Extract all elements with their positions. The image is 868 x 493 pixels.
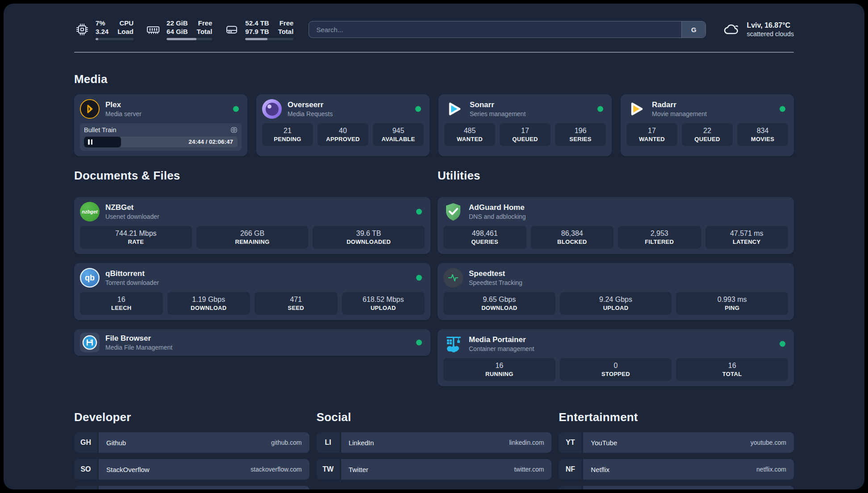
bookmark-name: Netflix xyxy=(591,466,609,473)
section-title-utilities: Utilities xyxy=(438,169,794,183)
bookmark-abbr: TW xyxy=(317,459,340,480)
bookmark-abbr: DT xyxy=(74,486,97,489)
stat-tile: 22 QUEUED xyxy=(682,123,733,146)
card-portainer[interactable]: Media Portainer Container management 16 … xyxy=(438,329,794,386)
stat-tile: 2,953 FILTERED xyxy=(618,226,701,249)
card-overseerr[interactable]: Overseerr Media Requests 21 PENDING 40 A… xyxy=(256,94,430,156)
stat-tile: 0.993 ms PING xyxy=(676,292,788,315)
cpu-label: CPU xyxy=(117,19,134,27)
plex-icon xyxy=(80,99,100,119)
sonarr-name: Sonarr xyxy=(470,100,526,110)
bookmark-abbr: NF xyxy=(559,459,582,480)
card-speedtest[interactable]: Speedtest Speedtest Tracking 9.65 Gbps D… xyxy=(438,263,794,320)
card-radarr[interactable]: Radarr Movie management 17 WANTED 22 QUE… xyxy=(621,94,794,156)
stat-tile: 1.19 Gbps DOWNLOAD xyxy=(167,292,250,315)
portainer-icon xyxy=(443,334,463,354)
cpu-load-label: Load xyxy=(117,27,134,36)
bookmark-name: Twitter xyxy=(349,466,368,473)
section-title-developer: Developer xyxy=(74,410,309,424)
cloud-icon xyxy=(721,20,741,39)
section-title-entertainment: Entertainment xyxy=(559,410,794,424)
section-title-documents: Documents & Files xyxy=(74,169,430,183)
bookmark-url: netflix.com xyxy=(756,466,786,473)
bookmark-abbr: RE xyxy=(559,486,582,489)
bookmark-url: linkedin.com xyxy=(509,439,544,446)
stat-tile: 86,384 BLOCKED xyxy=(531,226,614,249)
adguard-icon xyxy=(443,202,463,221)
card-filebrowser[interactable]: File Browser Media File Management xyxy=(74,329,430,356)
overseerr-description: Media Requests xyxy=(288,110,333,118)
memory-widget: 22 GiB 64 GiB Free Total xyxy=(145,19,212,40)
plex-description: Media server xyxy=(105,110,142,118)
search-engine-button[interactable]: G xyxy=(681,21,705,38)
cpu-usage: 7% xyxy=(96,19,108,27)
nzbget-status-dot xyxy=(416,209,422,215)
radarr-name: Radarr xyxy=(652,100,707,110)
pause-icon[interactable] xyxy=(88,139,92,145)
card-sonarr[interactable]: Sonarr Series management 485 WANTED 17 Q… xyxy=(438,94,612,156)
bookmark-abbr: GH xyxy=(74,432,97,453)
disk-total: 97.9 TB xyxy=(245,27,269,36)
playback-progress-bar[interactable]: 24:44 / 02:06:47 xyxy=(84,137,238,147)
plex-now-playing: Bullet Train 24:44 / 02:06:47 xyxy=(80,123,242,151)
stat-tile: 471 SEED xyxy=(255,292,338,315)
search-input[interactable] xyxy=(309,21,705,38)
stat-tile: 9.24 Gbps UPLOAD xyxy=(560,292,672,315)
bookmark-group-developer: Developer GH Github github.com SO StackO… xyxy=(74,410,309,489)
bookmark-group-entertainment: Entertainment YT YouTube youtube.com NF … xyxy=(559,410,794,489)
filebrowser-icon xyxy=(80,333,100,352)
stat-tile: 16 TOTAL xyxy=(676,358,788,381)
stat-tile: 498,461 QUERIES xyxy=(443,226,526,249)
speedtest-icon xyxy=(443,268,463,288)
card-plex[interactable]: Plex Media server Bullet Train 24:44 / 0… xyxy=(74,94,247,156)
stat-tile: 618.52 Mbps UPLOAD xyxy=(342,292,425,315)
stat-tile: 196 SERIES xyxy=(555,123,606,146)
bookmark-youtube[interactable]: YT YouTube youtube.com xyxy=(559,432,794,453)
section-utilities: Utilities AdGuard Home DNS and adblockin… xyxy=(438,169,794,386)
stat-tile: 40 APPROVED xyxy=(317,123,368,146)
nzbget-description: Usenet downloader xyxy=(105,213,159,221)
stat-tile: 17 WANTED xyxy=(626,123,677,146)
memory-progress-bar xyxy=(167,38,212,40)
bookmark-linkedin[interactable]: LI LinkedIn linkedin.com xyxy=(317,432,552,453)
bookmark-twitter[interactable]: TW Twitter twitter.com xyxy=(317,459,552,480)
speedtest-name: Speedtest xyxy=(469,269,522,279)
video-icon xyxy=(230,126,238,134)
bookmark-name: Github xyxy=(106,439,126,447)
stat-tile: 266 GB REMAINING xyxy=(196,226,309,249)
qbittorrent-icon: qb xyxy=(80,268,100,288)
section-documents-files: Documents & Files nzbget NZBGet Usenet d… xyxy=(74,169,430,386)
portainer-description: Container management xyxy=(469,345,534,353)
overseerr-icon xyxy=(262,99,282,119)
memory-total-label: Total xyxy=(197,27,213,36)
filebrowser-status-dot xyxy=(416,340,422,346)
header-divider xyxy=(74,52,794,53)
bookmark-abbr: SO xyxy=(74,459,97,480)
card-adguard[interactable]: AdGuard Home DNS and adblocking 498,461 … xyxy=(438,197,794,254)
bookmark-netflix[interactable]: NF Netflix netflix.com xyxy=(559,459,794,480)
dashboard-page: 7% 3.24 CPU Load xyxy=(4,4,864,489)
bookmark-dev[interactable]: DT DEV dev.to xyxy=(74,486,309,489)
nzbget-name: NZBGet xyxy=(105,203,159,213)
bookmark-github[interactable]: GH Github github.com xyxy=(74,432,309,453)
speedtest-description: Speedtest Tracking xyxy=(469,279,522,287)
bookmark-stackoverflow[interactable]: SO StackOverflow stackoverflow.com xyxy=(74,459,309,480)
bookmark-group-social: Social LI LinkedIn linkedin.com TW Twitt… xyxy=(317,410,552,489)
card-qbittorrent[interactable]: qb qBittorrent Torrent downloader 16 LEE… xyxy=(74,263,430,320)
adguard-name: AdGuard Home xyxy=(469,203,526,213)
weather-condition: scattered clouds xyxy=(747,30,794,38)
bookmark-name: StackOverflow xyxy=(106,466,150,473)
bookmark-abbr: YT xyxy=(559,432,582,453)
radarr-icon xyxy=(626,99,646,119)
bookmark-name: YouTube xyxy=(591,439,617,447)
bookmark-url: stackoverflow.com xyxy=(250,466,301,473)
bookmark-name: LinkedIn xyxy=(349,439,374,447)
memory-icon xyxy=(145,21,161,38)
section-media: Media Plex Media server Bullet Train xyxy=(74,72,794,156)
radarr-status-dot xyxy=(780,106,785,112)
overseerr-status-dot xyxy=(415,106,421,112)
card-nzbget[interactable]: nzbget NZBGet Usenet downloader 744.21 M… xyxy=(74,197,430,254)
stat-tile: 485 WANTED xyxy=(444,123,495,146)
bookmark-reddit[interactable]: RE Reddit reddit.com xyxy=(559,486,794,489)
stat-tile: 9.65 Gbps DOWNLOAD xyxy=(443,292,555,315)
